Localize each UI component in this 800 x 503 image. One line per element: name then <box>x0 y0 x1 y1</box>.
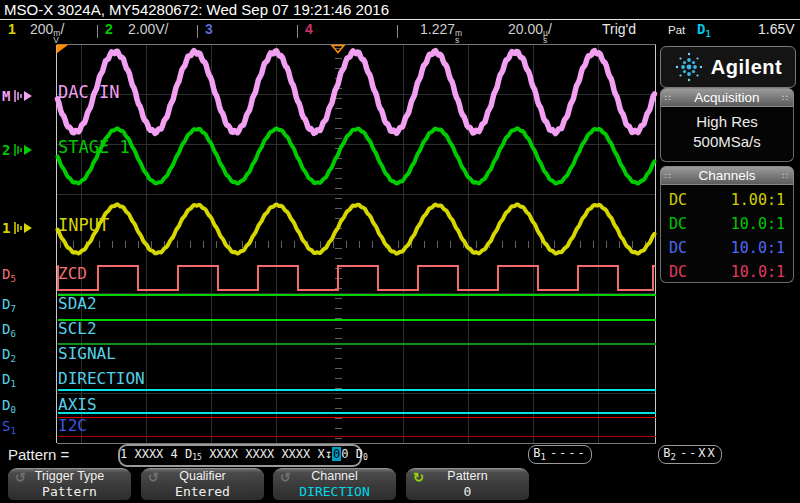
rotary-knob-icon: ↺ <box>148 470 159 485</box>
digital-id-d0[interactable]: D0 <box>2 399 16 417</box>
serial-bus-id-s1[interactable]: S1 <box>2 420 16 438</box>
acquisition-panel-header[interactable]: ∷ Acquisition ∷ <box>660 88 794 107</box>
oscilloscope-screen: MSO-X 3024A, MY54280672: Wed Sep 07 19:2… <box>0 0 800 503</box>
rotary-knob-icon: ↺ <box>15 470 26 485</box>
agilent-spark-icon <box>674 51 704 83</box>
digital-id-d7[interactable]: D7 <box>2 298 16 316</box>
trace-label-i2c: I2C <box>58 419 87 433</box>
acquisition-mode: High Res <box>661 113 793 130</box>
ground-arrow-icon <box>11 88 35 104</box>
ground-arrow-icon <box>11 220 35 236</box>
acquisition-panel-body: High Res 500MSa/s <box>660 107 794 162</box>
bus-b2-readout[interactable]: B2--XX <box>658 445 722 464</box>
channels-panel-header[interactable]: ∷ Channels ∷ <box>660 166 794 185</box>
grip-dots-icon: ∷ <box>782 169 789 183</box>
softkey-trigger-type[interactable]: ↺ Trigger Type Pattern <box>8 468 131 500</box>
rotary-knob-icon: ↻ <box>413 470 424 485</box>
trace-label-sda2: SDA2 <box>58 297 97 311</box>
sidebar: Agilent ∷ Acquisition ∷ High Res 500MSa/… <box>658 44 798 444</box>
grip-dots-icon: ∷ <box>665 169 672 183</box>
bus-b1-readout[interactable]: B1---- <box>528 445 592 464</box>
digital-id-d1[interactable]: D1 <box>2 373 16 391</box>
digital-id-d5[interactable]: D5 <box>2 268 16 286</box>
channel-ground-marker-2[interactable]: 2 <box>2 142 35 158</box>
channel-row-1: DC1.00:1 <box>669 188 785 212</box>
trace-label-scl2: SCL2 <box>58 322 97 336</box>
grip-dots-icon: ∷ <box>782 91 789 105</box>
pattern-value-box[interactable]: 1 XXXX 4 D15 XXXX XXXX XXXX X↧00 D0 <box>118 444 362 467</box>
channel-row-3: DC10.0:1 <box>669 236 785 260</box>
trace-label-input: INPUT <box>58 218 109 233</box>
softkey-pattern[interactable]: ↻ Pattern 0 <box>406 468 529 500</box>
channel-ground-marker-1[interactable]: 1 <box>2 220 35 236</box>
sample-rate: 500MSa/s <box>661 133 793 150</box>
trace-label-signal: SIGNAL <box>58 347 116 361</box>
grip-dots-icon: ∷ <box>665 91 672 105</box>
brand-name: Agilent <box>711 56 782 79</box>
channel-row-2: DC10.0:1 <box>669 212 785 236</box>
digital-id-d2[interactable]: D2 <box>2 348 16 366</box>
channel-ground-marker-math[interactable]: M <box>2 88 35 104</box>
channels-panel-body: DC1.00:1 DC10.0:1 DC10.0:1 DC10.0:1 <box>660 185 794 283</box>
channel-row-4: DC10.0:1 <box>669 260 785 284</box>
trace-label-direction: DIRECTION <box>58 372 145 386</box>
pattern-readout-row: Pattern = 1 XXXX 4 D15 XXXX XXXX XXXX X↧… <box>0 444 800 465</box>
trace-label-zcd: ZCD <box>58 267 87 281</box>
softkey-menu: ↺ Trigger Type Pattern ↺ Qualifier Enter… <box>0 467 800 503</box>
trace-label-dac-in: DAC IN <box>58 85 119 100</box>
trace-label-axis: AXIS <box>58 398 97 412</box>
ground-arrow-icon <box>11 142 35 158</box>
rotary-knob-icon: ↺ <box>280 470 291 485</box>
trace-label-stage-1: STAGE 1 <box>58 140 130 155</box>
softkey-channel[interactable]: ↺ Channel DIRECTION <box>273 468 396 500</box>
brand-logo: Agilent <box>660 46 796 88</box>
digital-id-d6[interactable]: D6 <box>2 323 16 341</box>
softkey-qualifier[interactable]: ↺ Qualifier Entered <box>141 468 264 500</box>
pattern-label: Pattern = <box>8 446 69 463</box>
